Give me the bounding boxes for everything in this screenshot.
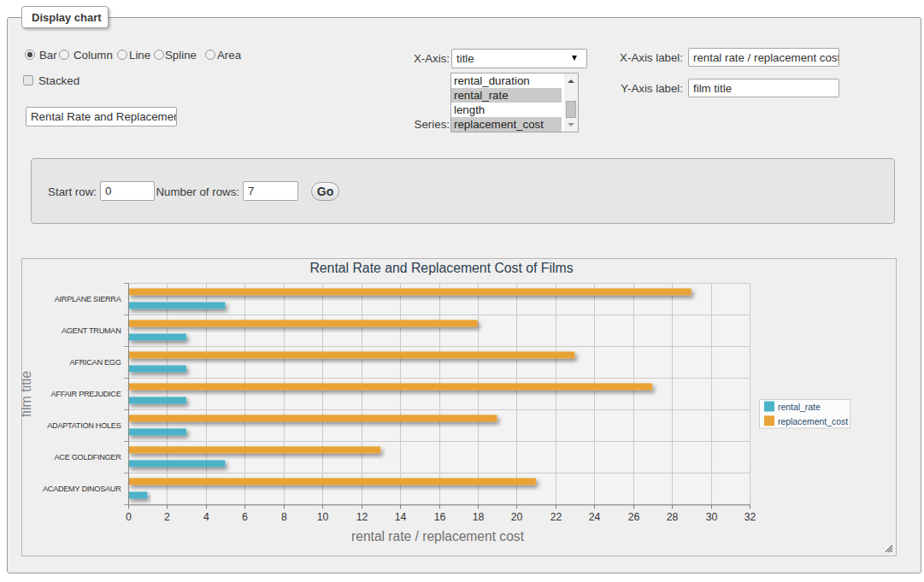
svg-text:replacement_cost: replacement_cost xyxy=(778,417,848,426)
svg-text:4: 4 xyxy=(203,511,209,523)
svg-text:22: 22 xyxy=(550,511,562,523)
svg-text:rental rate / replacement cost: rental rate / replacement cost xyxy=(351,529,525,544)
svg-text:AFFAIR PREJUDICE: AFFAIR PREJUDICE xyxy=(51,390,121,398)
svg-text:18: 18 xyxy=(473,511,485,523)
svg-text:26: 26 xyxy=(628,511,640,523)
svg-text:film title: film title xyxy=(21,371,33,417)
svg-text:8: 8 xyxy=(281,511,287,523)
svg-text:0: 0 xyxy=(126,511,132,523)
svg-text:2: 2 xyxy=(164,511,170,523)
svg-text:28: 28 xyxy=(667,511,679,523)
svg-text:ACADEMY DINOSAUR: ACADEMY DINOSAUR xyxy=(43,485,121,493)
svg-text:rental_rate: rental_rate xyxy=(778,403,821,412)
svg-text:ACE GOLDFINGER: ACE GOLDFINGER xyxy=(55,453,122,461)
svg-text:6: 6 xyxy=(242,511,248,523)
svg-text:20: 20 xyxy=(511,511,523,523)
svg-text:12: 12 xyxy=(356,511,368,523)
svg-text:10: 10 xyxy=(317,511,329,523)
svg-text:ADAPTATION HOLES: ADAPTATION HOLES xyxy=(47,421,121,430)
svg-text:32: 32 xyxy=(744,511,756,523)
svg-text:14: 14 xyxy=(395,511,407,523)
svg-text:24: 24 xyxy=(589,511,601,523)
svg-text:AGENT TRUMAN: AGENT TRUMAN xyxy=(62,326,121,335)
svg-text:16: 16 xyxy=(434,511,446,523)
svg-text:AFRICAN EGG: AFRICAN EGG xyxy=(70,358,121,367)
svg-text:30: 30 xyxy=(706,511,718,523)
svg-text:Rental Rate and Replacement Co: Rental Rate and Replacement Cost of Film… xyxy=(309,261,573,275)
svg-text:AIRPLANE SIERRA: AIRPLANE SIERRA xyxy=(55,295,122,303)
